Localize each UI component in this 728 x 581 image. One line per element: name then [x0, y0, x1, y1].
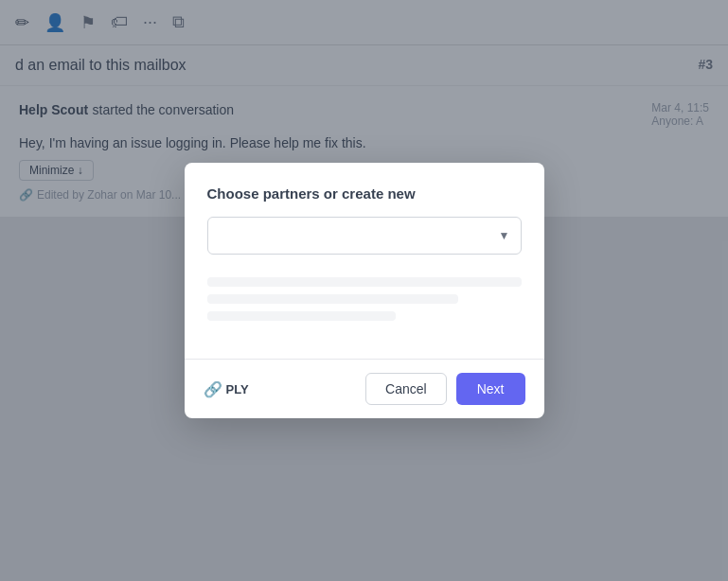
partner-dropdown-wrapper: ▼ [207, 217, 522, 255]
cancel-button[interactable]: Cancel [365, 373, 447, 405]
placeholder-line-3 [207, 311, 396, 321]
placeholder-line-2 [207, 294, 459, 304]
footer-buttons: Cancel Next [365, 373, 524, 405]
content-placeholder [207, 270, 522, 336]
placeholder-line-1 [207, 277, 522, 287]
modal-dialog: Choose partners or create new ▼ 🔗 PLY [185, 163, 544, 418]
modal-overlay: Choose partners or create new ▼ 🔗 PLY [0, 0, 728, 581]
modal-footer: 🔗 PLY Cancel Next [185, 360, 544, 418]
next-button[interactable]: Next [456, 373, 525, 405]
partner-dropdown[interactable] [207, 217, 522, 255]
ply-text: PLY [226, 382, 249, 396]
ply-logo: 🔗 PLY [204, 380, 249, 398]
ply-icon: 🔗 [204, 380, 222, 398]
modal-body: Choose partners or create new ▼ [185, 163, 544, 359]
modal-title: Choose partners or create new [207, 185, 522, 202]
